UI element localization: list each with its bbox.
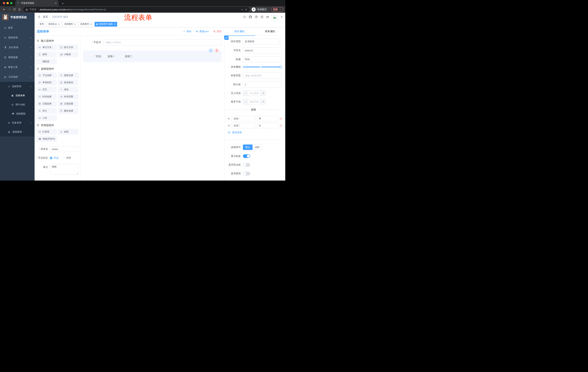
remove-option-button[interactable]	[280, 124, 282, 127]
component-下拉选择[interactable]: 下拉选择	[36, 73, 57, 78]
browser-menu-dots-icon[interactable]	[279, 8, 282, 11]
option-value-input[interactable]	[257, 123, 278, 128]
status-radio-off[interactable]: 关闭	[62, 156, 71, 159]
checkbox-icon[interactable]	[121, 55, 123, 58]
help-icon[interactable]	[255, 15, 258, 18]
default-value-input[interactable]	[243, 82, 282, 87]
gender-option-2[interactable]: 选项二	[121, 55, 132, 58]
stepper-minus-button[interactable]: −	[243, 99, 248, 104]
style-default-button[interactable]: 默认	[243, 145, 252, 150]
tab-close-icon[interactable]: ✕	[55, 2, 57, 5]
sidebar-item-系统管理[interactable]: 系统管理	[0, 33, 35, 43]
stepper-plus-button[interactable]: ＋	[261, 91, 266, 96]
component-多选框组[interactable]: 多选框组	[58, 80, 78, 85]
component-时间选择[interactable]: 时间选择	[36, 94, 57, 100]
component-单行文本[interactable]: 单行文本	[36, 44, 57, 50]
tag-close-icon[interactable]: ✕	[74, 23, 76, 25]
toggle-switch-显示标签[interactable]	[243, 154, 250, 158]
gender-field-row-selected[interactable]: 性别 选项一 选项二	[83, 51, 221, 62]
browser-update-button[interactable]: 更新	[271, 7, 284, 12]
logo-row[interactable]: 芋道管理系统	[0, 13, 35, 22]
new-tab-button[interactable]: ＋	[61, 1, 65, 5]
search-icon[interactable]	[243, 15, 246, 18]
tag-close-icon[interactable]: ✕	[114, 23, 116, 25]
component-级联选择[interactable]: 级联选择	[58, 73, 78, 78]
sidebar-item-基础设施[interactable]: 基础设施	[0, 53, 35, 62]
browser-tab[interactable]: 芋道管理系统 ✕	[15, 0, 59, 6]
component-type-select[interactable]	[243, 39, 282, 44]
maximize-window-button[interactable]	[10, 2, 12, 4]
sidebar-item-任务管理[interactable]: 任务管理	[0, 118, 35, 128]
remove-option-button[interactable]	[280, 117, 282, 120]
title-input[interactable]	[243, 56, 282, 62]
sidebar-item-首页[interactable]: 首页	[0, 23, 35, 33]
minimize-window-button[interactable]	[7, 2, 9, 4]
gender-option-1[interactable]: 选项一	[103, 55, 115, 58]
reload-icon[interactable]	[12, 7, 17, 12]
sidebar-item-工作流程[interactable]: 工作流程	[0, 72, 35, 82]
tag-流程定义[interactable]: 流程定义✕	[47, 22, 62, 27]
save-button[interactable]: 保存	[183, 30, 192, 33]
component-日期选择[interactable]: 日期选择	[36, 101, 57, 107]
field-name-input[interactable]	[243, 47, 282, 53]
toggle-switch-是否带边框[interactable]	[243, 163, 250, 167]
home-icon[interactable]	[17, 7, 22, 12]
option-value-input[interactable]	[257, 116, 278, 121]
component-时间范围[interactable]: 时间范围	[58, 94, 78, 100]
tag-流程表单[interactable]: 流程表单✕	[79, 22, 94, 27]
tag-close-icon[interactable]: ✕	[90, 23, 92, 25]
status-radio-on[interactable]: 开启	[50, 156, 59, 159]
component-开关[interactable]: 开关	[36, 87, 57, 93]
clear-button[interactable]: 清空	[213, 30, 222, 33]
toggle-switch-是否禁用[interactable]	[243, 172, 250, 175]
component-评分[interactable]: 评分	[36, 108, 57, 114]
close-window-button[interactable]	[3, 2, 5, 4]
tag-close-icon[interactable]: ✕	[58, 23, 60, 25]
delete-component-button[interactable]	[215, 49, 219, 53]
copy-component-button[interactable]	[209, 49, 213, 53]
sidebar-item-用户分组[interactable]: 用户分组	[0, 100, 35, 109]
url-bar[interactable]: 不安全 dashboard.yudao.iocoder.cn/bpm/manag…	[23, 7, 249, 12]
component-计数器[interactable]: 123计数器	[58, 52, 78, 57]
fullscreen-icon[interactable]	[261, 15, 263, 18]
remark-textarea[interactable]: 嘿嘿	[50, 164, 78, 175]
sidebar-item-流程管理[interactable]: 流程管理	[0, 82, 35, 91]
sidebar-collapse-icon[interactable]	[37, 15, 40, 18]
sidebar-item-支付管理[interactable]: ¥支付管理	[0, 43, 35, 53]
github-icon[interactable]	[249, 15, 252, 19]
phone-input[interactable]	[103, 39, 221, 45]
component-单选框组[interactable]: 单选框组	[36, 80, 57, 85]
link-icon[interactable]	[224, 36, 229, 40]
component-上传[interactable]: 上传	[36, 115, 57, 121]
stepper-minus-button[interactable]: −	[243, 91, 248, 96]
tag-首页[interactable]: 首页	[38, 22, 45, 27]
sidebar-item-研发工具[interactable]: 研发工具	[0, 62, 35, 72]
phone-field-row[interactable]: 手机号	[83, 39, 221, 45]
tab-form-props[interactable]: 表单属性	[255, 27, 285, 36]
forward-icon[interactable]	[7, 7, 12, 12]
checkbox-icon[interactable]	[103, 55, 106, 58]
component-日期范围[interactable]: 日期范围	[58, 101, 78, 107]
tab-component-props[interactable]: 组件属性	[224, 27, 255, 36]
component-行容器[interactable]: 行容器	[36, 129, 57, 135]
tag-流程表单-编辑[interactable]: 流程表单-编辑✕	[94, 22, 117, 27]
breadcrumb-home[interactable]: 首页	[43, 15, 48, 19]
label-width-input[interactable]	[243, 73, 282, 78]
key-icon[interactable]	[241, 8, 243, 11]
font-size-icon[interactable]: тT	[266, 15, 269, 19]
back-icon[interactable]	[2, 7, 7, 12]
component-密码[interactable]: 密码	[36, 52, 57, 57]
component-滑块[interactable]: 滑块	[58, 87, 78, 93]
style-button-button[interactable]: 按钮	[252, 145, 262, 150]
add-option-button[interactable]: 添加选项	[228, 131, 282, 134]
form-canvas[interactable]: 手机号 性别 选项一	[81, 36, 224, 181]
textarea-resize-grip[interactable]	[76, 173, 78, 174]
max-select-input[interactable]	[248, 99, 261, 104]
option-label-input[interactable]	[231, 123, 255, 128]
stepper-plus-button[interactable]: ＋	[261, 99, 266, 104]
component-编辑器[interactable]: 编辑器	[36, 59, 57, 64]
bookmark-star-icon[interactable]	[245, 8, 247, 11]
option-label-input[interactable]	[231, 116, 255, 121]
component-多行文本[interactable]: 多行文本	[58, 44, 78, 50]
avatar[interactable]	[272, 14, 278, 20]
